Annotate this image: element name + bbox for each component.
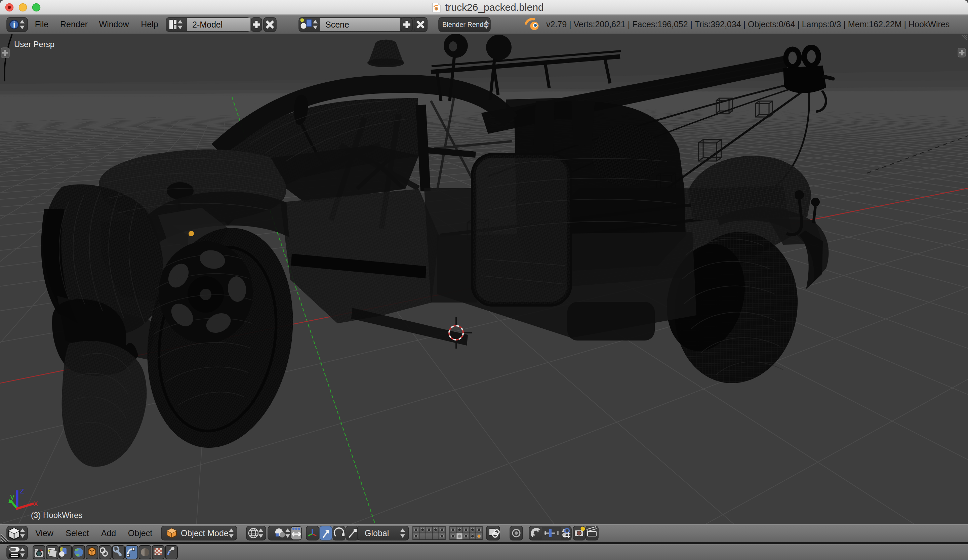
svg-text:truck26_packed.blend: truck26_packed.blend [445,2,544,13]
svg-text:v2.79 | Verts:200,621 | Faces:: v2.79 | Verts:200,621 | Faces:196,052 | … [546,20,950,29]
svg-text:i: i [13,20,15,29]
svg-text:View: View [35,529,54,538]
svg-text:Help: Help [141,20,158,29]
svg-text:File: File [35,20,48,29]
svg-text:z: z [20,485,24,495]
svg-text:Blender Render: Blender Render [443,21,489,28]
svg-text:User Persp: User Persp [14,40,55,49]
svg-text:Add: Add [101,529,116,538]
svg-text:Render: Render [60,20,88,29]
svg-text:Global: Global [365,529,389,538]
svg-text:Object Mode: Object Mode [181,529,229,538]
svg-text:Select: Select [66,529,89,538]
svg-text:Scene: Scene [325,20,349,29]
svg-text:(3) HookWires: (3) HookWires [31,510,82,520]
svg-text:y: y [10,491,15,502]
svg-text:x: x [34,498,38,508]
svg-text:Object: Object [128,529,152,538]
svg-text:2-Model: 2-Model [192,20,222,29]
svg-text:Window: Window [99,20,129,29]
